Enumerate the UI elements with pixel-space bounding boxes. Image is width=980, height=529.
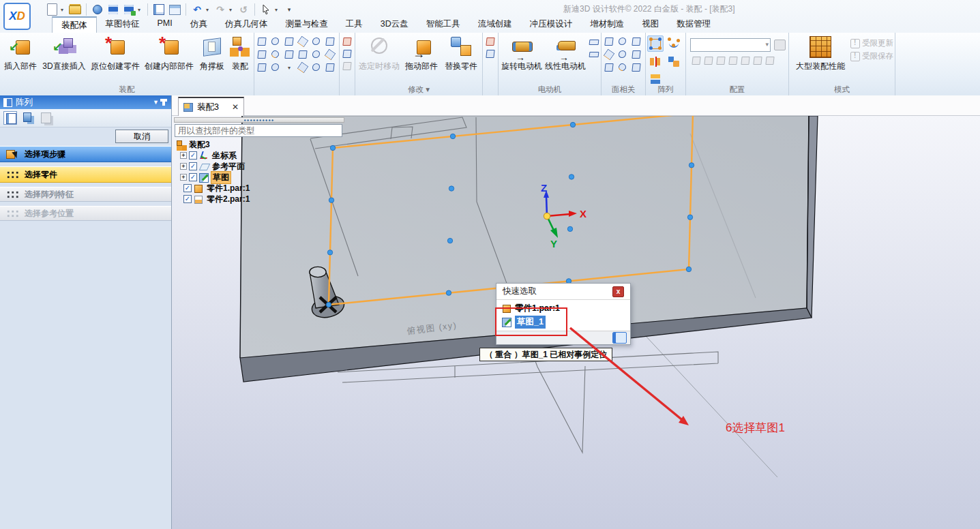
step-select-pattern-feature[interactable]: 选择阵列特征 <box>0 187 171 202</box>
motor-group-icon[interactable] <box>587 48 599 60</box>
angle-icon[interactable] <box>283 35 295 48</box>
coordinate-align-icon[interactable] <box>297 61 309 74</box>
parallel-icon[interactable] <box>297 35 309 48</box>
copy-face-icon[interactable] <box>617 48 629 61</box>
new-document-icon-dropdown[interactable]: ▾ <box>61 7 66 13</box>
checkbox-part2[interactable]: ✓ <box>183 195 192 203</box>
pattern-point[interactable] <box>326 302 331 307</box>
ribbon-button-insert-part[interactable]: 插入部件 <box>1 33 40 72</box>
pattern-point[interactable] <box>446 290 451 295</box>
path-relation-icon[interactable] <box>269 61 282 74</box>
tangent-icon[interactable] <box>283 48 295 61</box>
pattern-point[interactable] <box>570 122 575 127</box>
cancel-button[interactable]: 取消 <box>115 130 168 143</box>
tree-label-assembly-root[interactable]: 装配3 <box>188 139 211 151</box>
ribbon-button-gusset[interactable]: 角撑板 <box>196 33 228 72</box>
pattern-point[interactable] <box>450 134 455 138</box>
ribbon-button-linear-motor[interactable]: 线性电动机 <box>544 33 587 72</box>
window-layout-icon[interactable] <box>168 3 181 16</box>
quick-pick-item-part1[interactable]: 零件1.par:1 <box>496 301 630 315</box>
ribbon-tab-smart-tools[interactable]: 智能工具 <box>417 16 469 33</box>
panel-splitter[interactable] <box>174 117 344 123</box>
tree-label-part2[interactable]: 零件2.par:1 <box>205 194 251 205</box>
expand-reference-planes[interactable]: + <box>180 163 187 170</box>
document-tab[interactable]: 装配3 ✕ <box>178 97 244 116</box>
pattern-point[interactable] <box>686 267 691 271</box>
checkbox-part1[interactable]: ✓ <box>183 184 192 192</box>
match-coordinates-icon[interactable] <box>256 35 268 48</box>
list-view-icon[interactable] <box>612 332 627 344</box>
undo-icon[interactable]: ↶ <box>190 3 204 16</box>
checkbox-sketch[interactable]: ✓ <box>189 173 197 181</box>
properties-view-icon[interactable] <box>152 3 166 16</box>
ribbon-tab-pmi[interactable]: PMI <box>149 16 181 33</box>
save-all-icon[interactable] <box>122 3 136 16</box>
expand-coordinate-system[interactable]: + <box>180 152 187 159</box>
center-plane-icon[interactable] <box>310 48 323 61</box>
planar-align-icon[interactable] <box>256 48 268 61</box>
offset-face-icon[interactable] <box>630 35 642 48</box>
center-icon[interactable] <box>324 61 336 74</box>
tree-label-coordinate-system[interactable]: 坐标系 <box>211 150 238 162</box>
rigid-set-icon[interactable] <box>256 61 268 74</box>
mirror-components-icon[interactable] <box>647 53 664 70</box>
collapse-chevron-icon[interactable]: ▼ <box>153 99 159 106</box>
ribbon-tab-simulation[interactable]: 仿真 <box>181 16 216 33</box>
variable-table-icon[interactable] <box>587 35 599 48</box>
save-all-icon-dropdown[interactable]: ▾ <box>138 7 143 13</box>
assembly-options-icon[interactable] <box>341 60 353 72</box>
pattern-along-curve-icon[interactable] <box>666 35 682 52</box>
insert-relation-icon[interactable] <box>269 48 282 61</box>
ribbon-button-drag-component[interactable]: 拖动部件 <box>402 33 441 72</box>
close-tab-icon[interactable]: ✕ <box>232 102 239 112</box>
pathfinder-icon[interactable] <box>21 111 35 125</box>
pattern-point[interactable] <box>327 250 332 255</box>
expand-sketch[interactable]: + <box>180 174 187 181</box>
transfer-component-icon[interactable] <box>484 35 496 48</box>
ribbon-tab-simulation-geometry[interactable]: 仿真几何体 <box>216 16 277 33</box>
ribbon-tab-additive[interactable]: 增材制造 <box>581 16 633 33</box>
close-icon[interactable]: x <box>612 286 624 297</box>
ribbon-tab-flow-domain[interactable]: 流域创建 <box>469 16 521 33</box>
step-select-parts[interactable]: 选择零件 <box>0 166 171 183</box>
angled-face-icon[interactable] <box>617 61 629 74</box>
save-icon[interactable] <box>106 3 120 16</box>
axial-align-icon[interactable] <box>324 48 336 61</box>
ribbon-button-3d-direct-insert[interactable]: 3D直接插入 <box>40 33 89 72</box>
mate-flip-icon[interactable] <box>310 35 323 48</box>
new-document-icon[interactable] <box>45 3 59 16</box>
pattern-point[interactable] <box>689 163 694 168</box>
box-face-icon[interactable] <box>603 35 615 48</box>
parallel-face-icon[interactable] <box>603 48 615 61</box>
tree-search-input[interactable] <box>175 124 342 137</box>
duplicate-component-icon[interactable] <box>666 53 682 70</box>
concentric-face-icon[interactable] <box>617 35 629 48</box>
perpendicular-face-icon[interactable] <box>603 61 615 74</box>
pattern-point[interactable] <box>569 175 574 179</box>
qat-overflow-icon[interactable]: ▾ <box>282 3 296 16</box>
ribbon-tab-measure-inspect[interactable]: 测量与检查 <box>276 16 337 33</box>
config-combo[interactable] <box>690 38 771 52</box>
select-tools-icon[interactable] <box>39 111 53 125</box>
tree-label-part1[interactable]: 零件1.par:1 <box>205 183 251 194</box>
checkbox-reference-planes[interactable]: ✓ <box>189 162 197 170</box>
redo-icon-dropdown[interactable]: ▾ <box>229 7 235 13</box>
symmetric-face-icon[interactable] <box>630 48 642 61</box>
axial-rotate-icon[interactable] <box>269 35 282 48</box>
ribbon-button-replace-part[interactable]: 替换零件 <box>441 33 481 72</box>
step-select-step[interactable]: 选择项步骤 <box>0 146 171 162</box>
occurrence-properties-icon[interactable] <box>484 48 496 60</box>
ribbon-tab-view[interactable]: 视图 <box>633 16 668 33</box>
ribbon-tab-cloud-3d[interactable]: 3D云盘 <box>372 16 417 33</box>
capture-fit-icon[interactable] <box>341 48 353 60</box>
quick-pick-titlebar[interactable]: 快速选取 x <box>496 284 630 300</box>
app-logo[interactable]: XD <box>3 3 31 30</box>
ribbon-button-create-inplace-part[interactable]: 原位创建零件 <box>89 33 142 72</box>
ribbon-button-rotary-motor[interactable]: 旋转电动机 <box>500 33 544 72</box>
checkbox-coordinate-system[interactable]: ✓ <box>189 151 197 160</box>
ribbon-tab-tools[interactable]: 工具 <box>337 16 372 33</box>
relation-more-dropdown[interactable]: ▾ <box>283 61 295 74</box>
select-tool-icon-dropdown[interactable]: ▾ <box>275 7 280 13</box>
quick-pick-item-sketch1[interactable]: 草图_1 <box>496 315 630 329</box>
range-limit-icon[interactable] <box>324 35 336 48</box>
